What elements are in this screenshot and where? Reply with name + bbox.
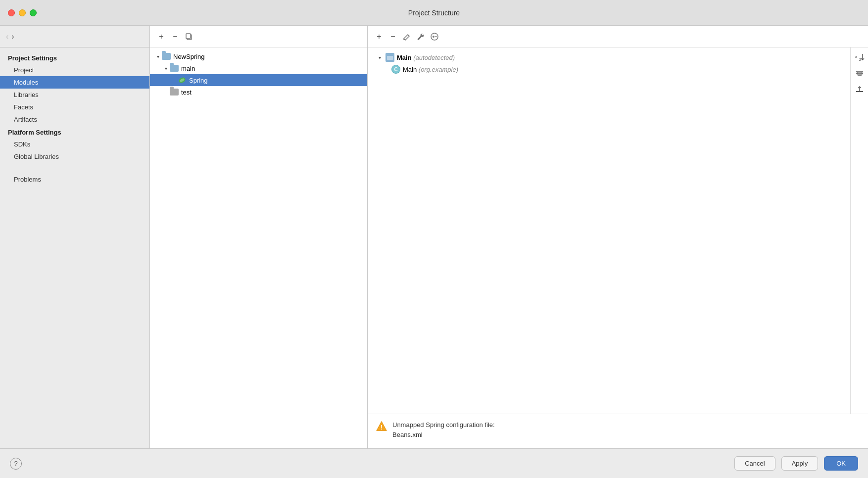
wrench-icon [417, 33, 425, 41]
svg-text:a: a [855, 55, 857, 58]
edit-icon [403, 33, 411, 41]
warning-triangle-icon: ! [376, 420, 387, 432]
module-icon [386, 53, 394, 62]
tree-arrow-newspring: ▾ [154, 54, 162, 59]
source-item-main-context[interactable]: C Main (org.example) [372, 63, 846, 75]
traffic-lights [8, 9, 37, 16]
right-panel-content: ▾ Main (autodetected) [368, 48, 850, 414]
tree-label-main: main [181, 65, 195, 72]
svg-rect-1 [186, 34, 191, 39]
right-toolbar: + − [368, 26, 868, 48]
svg-point-5 [433, 36, 434, 38]
warning-line2: Beans.xml [392, 430, 495, 440]
title-bar: Project Structure [0, 0, 868, 26]
sort-az-button[interactable]: a z [854, 51, 866, 63]
sidebar-nav: ‹ › [0, 26, 149, 48]
svg-text:C: C [394, 67, 397, 72]
warning-panel: ! Unmapped Spring configuration file: Be… [368, 414, 868, 448]
tree-label-newspring: NewSpring [173, 53, 205, 60]
sidebar-divider [8, 168, 142, 168]
close-button[interactable] [8, 9, 15, 16]
minimize-button[interactable] [19, 9, 26, 16]
right-remove-button[interactable]: − [386, 30, 399, 43]
copy-module-button[interactable] [183, 30, 195, 43]
middle-toolbar: + − [150, 26, 367, 48]
svg-rect-8 [387, 56, 393, 60]
main-content: ‹ › Project Settings Project Modules Lib… [0, 26, 868, 448]
window-title: Project Structure [408, 9, 460, 17]
sidebar-header-platform-settings: Platform Settings [0, 126, 149, 138]
align-bottom-icon [855, 85, 864, 94]
sidebar-item-libraries[interactable]: Libraries [0, 89, 149, 101]
tree-arrow-main: ▾ [162, 66, 170, 71]
sidebar-item-project[interactable]: Project [0, 64, 149, 76]
tree-item-spring[interactable]: Spring [150, 74, 367, 86]
forward-arrow[interactable]: › [11, 33, 14, 41]
align-center-icon [855, 69, 864, 78]
align-bottom-button[interactable] [854, 83, 866, 95]
warning-icon: ! [376, 420, 387, 432]
warning-text: Unmapped Spring configuration file: Bean… [392, 420, 495, 439]
right-edit-button[interactable] [400, 30, 413, 43]
right-panel: + − [368, 26, 868, 448]
tree-label-test: test [181, 89, 192, 96]
source-item-main-module[interactable]: ▾ Main (autodetected) [372, 51, 846, 63]
main-context-label: Main [403, 66, 417, 73]
middle-panel: + − ▾ NewSpring ▾ [150, 26, 368, 448]
sidebar: ‹ › Project Settings Project Modules Lib… [0, 26, 150, 448]
sort-az-icon: a z [855, 53, 865, 62]
warning-line1: Unmapped Spring configuration file: [392, 420, 495, 430]
main-module-label: Main [397, 54, 412, 61]
module-tree: ▾ NewSpring ▾ main [150, 48, 367, 448]
source-arrow-main: ▾ [376, 55, 384, 60]
apply-button[interactable]: Apply [781, 456, 819, 471]
remove-module-button[interactable]: − [169, 30, 182, 43]
sidebar-header-project-settings: Project Settings [0, 51, 149, 64]
main-module-suffix: (autodetected) [412, 54, 455, 61]
spring-context-icon: C [391, 65, 400, 74]
sidebar-item-facets[interactable]: Facets [0, 101, 149, 113]
folder-icon-newspring [162, 52, 171, 61]
svg-text:z: z [859, 57, 862, 62]
spring-leaf-icon [178, 76, 187, 85]
tree-item-test[interactable]: test [150, 86, 367, 98]
folder-icon-main [170, 64, 179, 73]
cancel-button[interactable]: Cancel [734, 456, 775, 471]
right-panel-body: ▾ Main (autodetected) [368, 48, 868, 414]
tree-item-newspring[interactable]: ▾ NewSpring [150, 50, 367, 62]
sidebar-item-modules[interactable]: Modules [0, 76, 149, 89]
bottom-left: ? [10, 458, 22, 470]
main-context-suffix: (org.example) [417, 66, 458, 73]
right-side-buttons: a z [850, 48, 868, 414]
sidebar-item-global-libraries[interactable]: Global Libraries [0, 150, 149, 163]
svg-text:!: ! [381, 424, 383, 431]
sidebar-item-problems[interactable]: Problems [0, 173, 149, 186]
back-arrow[interactable]: ‹ [6, 33, 8, 41]
folder-icon-test [170, 88, 179, 96]
right-add-button[interactable]: + [373, 30, 386, 43]
sidebar-items: Project Settings Project Modules Librari… [0, 48, 149, 448]
tree-item-main[interactable]: ▾ main [150, 62, 367, 74]
align-center-button[interactable] [854, 67, 866, 79]
right-wrench-button[interactable] [414, 30, 427, 43]
sidebar-item-artifacts[interactable]: Artifacts [0, 113, 149, 126]
tree-label-spring: Spring [189, 77, 208, 84]
svg-rect-7 [386, 54, 389, 56]
copy-icon [185, 33, 193, 41]
sidebar-item-sdks[interactable]: SDKs [0, 138, 149, 150]
add-module-button[interactable]: + [155, 30, 168, 43]
ok-button[interactable]: OK [824, 456, 858, 471]
run-icon [431, 33, 438, 41]
bottom-right: Cancel Apply OK [734, 456, 858, 471]
bottom-bar: ? Cancel Apply OK [0, 448, 868, 478]
maximize-button[interactable] [30, 9, 37, 16]
help-button[interactable]: ? [10, 458, 22, 470]
right-run-button[interactable] [428, 30, 441, 43]
